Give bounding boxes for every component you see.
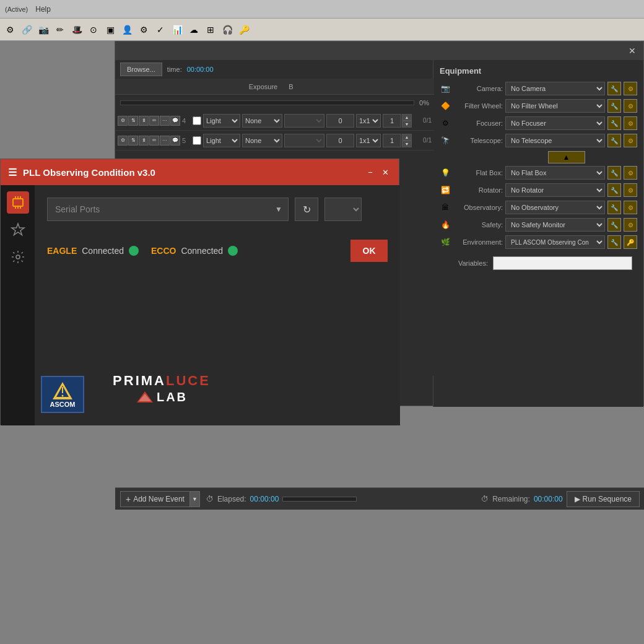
pll-sidebar-settings-icon[interactable] xyxy=(7,246,29,268)
row4-arrows-btn[interactable]: ⇅ xyxy=(128,116,138,126)
flat-box-connect-btn[interactable]: 🔧 xyxy=(607,166,621,180)
rotator-settings-btn[interactable]: ⚙ xyxy=(624,183,637,197)
telescope-icon: 🔭 xyxy=(440,135,451,146)
safety-connect-btn[interactable]: 🔧 xyxy=(607,218,621,232)
toolbar-headset-icon[interactable]: 🎧 xyxy=(220,22,235,37)
flat-box-select[interactable]: No Flat Box xyxy=(505,166,605,180)
serial-extra-select[interactable] xyxy=(324,198,362,221)
rotator-select[interactable]: No Rotator xyxy=(505,183,605,197)
toolbar-chart-icon[interactable]: 📊 xyxy=(170,22,185,37)
telescope-connect-btn[interactable]: 🔧 xyxy=(607,134,621,147)
help-menu[interactable]: Help xyxy=(35,5,51,14)
pll-content: Serial Ports ▼ ↻ EAGLE Connected ECCO xyxy=(35,185,400,425)
add-event-dropdown-arrow[interactable]: ▼ xyxy=(190,491,200,507)
camera-settings-btn[interactable]: ⚙ xyxy=(624,82,637,95)
toolbar-settings-icon[interactable]: ⚙ xyxy=(2,22,17,37)
toolbar-person-icon[interactable]: 👤 xyxy=(120,22,134,37)
toolbar-check-icon[interactable]: ✓ xyxy=(153,22,168,37)
row4-pause-btn[interactable]: ⏸ xyxy=(139,116,149,126)
safety-settings-btn[interactable]: ⚙ xyxy=(624,218,637,232)
telescope-select[interactable]: No Telescope xyxy=(505,134,605,147)
row5-spin-up[interactable]: ▲ xyxy=(402,134,412,141)
environment-icon: 🌿 xyxy=(440,237,451,248)
filter-wheel-select[interactable]: No Filter Wheel xyxy=(505,99,605,113)
flat-box-icon: 💡 xyxy=(440,167,451,178)
toolbar-circle-icon[interactable]: ⊙ xyxy=(86,22,101,37)
toolbar-pencil-icon[interactable]: ✏ xyxy=(53,22,67,37)
bg-window-close[interactable]: ✕ xyxy=(626,45,638,57)
row5-pause-btn[interactable]: ⏸ xyxy=(139,136,149,146)
arrow-up-btn[interactable]: ▲ xyxy=(548,151,585,163)
environment-key-btn[interactable]: 🔑 xyxy=(624,235,637,249)
row5-checkbox[interactable] xyxy=(193,136,201,145)
toolbar-gear-icon[interactable]: ⚙ xyxy=(136,22,151,37)
row5-spin-down[interactable]: ▼ xyxy=(402,141,412,147)
row4-num2-input[interactable] xyxy=(383,114,401,128)
safety-select[interactable]: No Safety Monitor xyxy=(505,218,605,232)
observatory-settings-btn[interactable]: ⚙ xyxy=(624,201,637,214)
pll-minimize-btn[interactable]: − xyxy=(364,166,376,178)
toolbar-camera-icon[interactable]: 📷 xyxy=(36,22,51,37)
rotator-connect-btn[interactable]: 🔧 xyxy=(607,183,621,197)
toolbar-connect-icon[interactable]: 🔗 xyxy=(19,22,34,37)
environment-select[interactable]: PLL ASCOM Observing Con xyxy=(505,235,605,249)
row5-count-input[interactable] xyxy=(326,134,354,147)
row4-checkbox[interactable] xyxy=(193,116,201,125)
observatory-connect-btn[interactable]: 🔧 xyxy=(607,201,621,214)
row5-type-select[interactable]: Light xyxy=(203,134,240,147)
taskbar-title: (Active) xyxy=(5,6,28,13)
row5-edit-btn[interactable]: ✏ xyxy=(149,136,159,146)
environment-connect-btn[interactable]: 🔧 xyxy=(607,235,621,249)
row5-num2-input[interactable] xyxy=(383,134,401,147)
row4-edit-btn[interactable]: ✏ xyxy=(149,116,159,126)
focuser-connect-btn[interactable]: 🔧 xyxy=(607,116,621,130)
row4-spin-up[interactable]: ▲ xyxy=(402,114,412,121)
row5-settings-btn[interactable]: ⚙ xyxy=(118,136,128,146)
toolbar-key-icon[interactable]: 🔑 xyxy=(237,22,251,37)
serial-ports-select[interactable]: Serial Ports xyxy=(47,198,289,221)
row4-binning-select[interactable]: 1x1 xyxy=(356,114,381,128)
ok-button[interactable]: OK xyxy=(350,240,388,262)
row5-filter2-select[interactable] xyxy=(284,134,324,147)
filter-wheel-connect-btn[interactable]: 🔧 xyxy=(607,99,621,113)
ascom-text: ASCOM xyxy=(50,401,76,408)
pll-close-btn[interactable]: ✕ xyxy=(379,166,391,178)
pll-sidebar-ports-icon[interactable] xyxy=(7,191,29,214)
pll-menu-icon[interactable]: ☰ xyxy=(8,167,17,178)
camera-select[interactable]: No Camera xyxy=(505,82,605,95)
row4-settings-btn[interactable]: ⚙ xyxy=(118,116,128,126)
pll-sidebar-star-icon[interactable] xyxy=(7,219,29,241)
row4-filter2-select[interactable] xyxy=(284,114,324,128)
toolbar-grid-icon[interactable]: ⊞ xyxy=(203,22,218,37)
telescope-settings-btn[interactable]: ⚙ xyxy=(624,134,637,147)
row5-binning-select[interactable]: 1x1 xyxy=(356,134,381,147)
remaining-section: ⏱ Remaining: 00:00:00 ▶ Run Sequence xyxy=(481,491,640,507)
ecco-status: Connected xyxy=(181,246,223,256)
filter-wheel-settings-btn[interactable]: ⚙ xyxy=(624,99,637,113)
row4-spin-down[interactable]: ▼ xyxy=(402,121,412,128)
flat-box-settings-btn[interactable]: ⚙ xyxy=(624,166,637,180)
row4-dots-btn[interactable]: ⋯ xyxy=(160,116,170,126)
row5-dots-btn[interactable]: ⋯ xyxy=(160,136,170,146)
browse-button[interactable]: Browse... xyxy=(120,63,162,76)
toolbar-square-icon[interactable]: ▣ xyxy=(103,22,118,37)
row5-bubble-btn[interactable]: 💬 xyxy=(170,136,180,146)
add-event-button[interactable]: + Add New Event xyxy=(120,491,190,507)
serial-refresh-btn[interactable]: ↻ xyxy=(295,198,318,221)
row4-count-input[interactable] xyxy=(326,114,354,128)
logo-luce-text: LUCE xyxy=(166,373,211,388)
row5-arrows-btn[interactable]: ⇅ xyxy=(128,136,138,146)
row4-bubble-btn[interactable]: 💬 xyxy=(170,116,180,126)
row4-type-select[interactable]: Light xyxy=(203,114,240,128)
variables-input[interactable] xyxy=(493,256,632,270)
camera-connect-btn[interactable]: 🔧 xyxy=(607,82,621,95)
focuser-select[interactable]: No Focuser xyxy=(505,116,605,130)
row4-filter-select[interactable]: None xyxy=(242,114,282,128)
table-row: ⚙ ⇅ ⏸ ✏ ⋯ 💬 5 Light None xyxy=(115,131,434,150)
focuser-settings-btn[interactable]: ⚙ xyxy=(624,116,637,130)
observatory-select[interactable]: No Observatory xyxy=(505,201,605,214)
row5-filter-select[interactable]: None xyxy=(242,134,282,147)
run-sequence-button[interactable]: ▶ Run Sequence xyxy=(567,491,640,507)
toolbar-cloud-icon[interactable]: ☁ xyxy=(186,22,201,37)
toolbar-hat-icon[interactable]: 🎩 xyxy=(69,22,84,37)
